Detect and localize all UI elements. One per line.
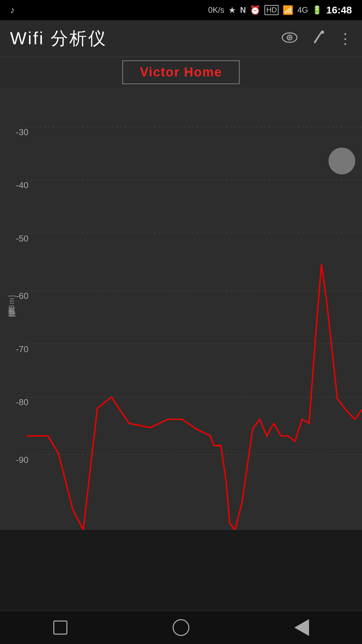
nav-back-button[interactable] <box>49 616 72 639</box>
status-bar: ♪ 0K/s ★ N ⏰ HD 📶 4G 🔋 16:48 <box>0 0 362 20</box>
svg-point-2 <box>289 37 291 39</box>
status-right: 0K/s ★ N ⏰ HD 📶 4G 🔋 16:48 <box>208 4 352 16</box>
network-name: Victor Home <box>140 65 222 79</box>
app-bar: Wifi 分析仪 ⋮ <box>0 20 362 57</box>
music-icon: ♪ <box>10 5 15 15</box>
bluetooth-icon: ★ <box>228 5 236 15</box>
time-label: 16:48 <box>326 4 352 16</box>
app-title: Wifi 分析仪 <box>10 27 107 50</box>
eye-icon[interactable] <box>282 31 298 46</box>
nav-recent-button[interactable] <box>290 616 313 639</box>
status-left: ♪ <box>10 5 15 15</box>
bottom-nav <box>0 610 362 644</box>
network-label-area: Victor Home <box>0 57 362 87</box>
app-bar-icons: ⋮ <box>282 29 352 48</box>
network-name-box[interactable]: Victor Home <box>122 60 239 84</box>
triangle-icon <box>294 619 309 636</box>
alarm-icon: ⏰ <box>250 5 260 15</box>
battery-icon: 🔋 <box>312 5 322 15</box>
signal-line <box>27 264 362 530</box>
signal-icon: 4G <box>297 5 308 15</box>
wifi-icon: 📶 <box>283 5 293 15</box>
chart-container: 信号强度 [dBm] -30 -40 -50 -60 -70 -80 -90 <box>0 87 362 530</box>
svg-point-3 <box>321 31 324 34</box>
wrench-icon[interactable] <box>311 29 324 48</box>
nav-home-button[interactable] <box>169 616 193 639</box>
hd-icon: HD <box>264 5 279 15</box>
nfc-icon: N <box>240 5 246 15</box>
speed-label: 0K/s <box>208 5 224 15</box>
square-icon <box>53 621 67 635</box>
chart-svg-wrapper <box>27 87 362 530</box>
signal-chart <box>27 87 362 530</box>
more-icon[interactable]: ⋮ <box>338 30 352 47</box>
circle-icon <box>173 619 189 636</box>
float-button[interactable] <box>328 148 355 174</box>
